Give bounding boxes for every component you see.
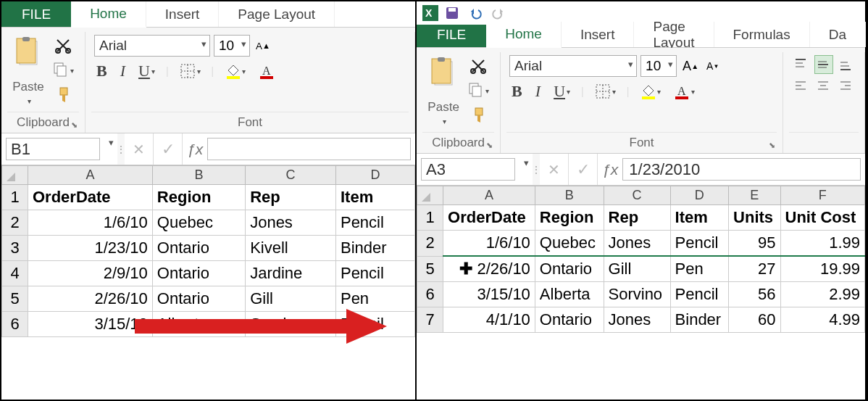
cell[interactable]: Pencil <box>670 231 729 257</box>
cell[interactable]: Jones <box>604 231 670 257</box>
formula-bar[interactable] <box>622 158 861 181</box>
col-header[interactable]: B <box>152 166 245 185</box>
dialog-launcher-icon[interactable]: ⬊ <box>769 141 775 150</box>
paste-button[interactable] <box>10 35 46 75</box>
cell[interactable]: Rep <box>246 185 336 210</box>
save-button[interactable] <box>443 4 462 22</box>
col-header[interactable]: D <box>670 186 729 205</box>
cell[interactable]: Quebec <box>152 210 245 236</box>
confirm-formula-button[interactable]: ✓ <box>154 133 183 165</box>
cell[interactable]: Pencil <box>335 261 414 286</box>
align-left-button[interactable] <box>792 77 811 96</box>
row-header[interactable]: 6 <box>417 282 443 307</box>
cell[interactable]: 1/6/10 <box>443 231 535 257</box>
decrease-font-button[interactable]: A▼ <box>704 58 721 74</box>
row-header[interactable]: 7 <box>417 307 443 333</box>
cell[interactable]: Gill <box>604 256 670 282</box>
undo-button[interactable] <box>466 4 485 22</box>
cell[interactable]: Pencil <box>670 282 729 307</box>
col-header[interactable]: B <box>535 186 604 205</box>
cell[interactable]: Gill <box>246 286 336 312</box>
redo-button[interactable] <box>489 4 508 22</box>
col-header[interactable]: F <box>780 186 864 205</box>
fill-color-button[interactable]: ▾ <box>222 61 248 81</box>
cell[interactable]: Ontario <box>152 261 245 286</box>
cell[interactable]: Binder <box>335 236 414 261</box>
align-right-button[interactable] <box>837 77 856 96</box>
confirm-formula-button[interactable]: ✓ <box>569 154 598 185</box>
cell[interactable]: 4.99 <box>780 307 864 333</box>
cell[interactable]: 1.99 <box>780 231 864 257</box>
align-top-button[interactable] <box>792 55 811 74</box>
cell[interactable]: ✚ 2/26/10 <box>443 256 535 282</box>
cell[interactable]: Jones <box>246 210 336 236</box>
row-header[interactable]: 4 <box>2 261 28 286</box>
cell[interactable]: Ontario <box>152 236 245 261</box>
font-size-select[interactable] <box>640 55 677 77</box>
row-header[interactable]: 5 <box>2 286 28 312</box>
align-center-button[interactable] <box>814 77 833 96</box>
cell[interactable]: 60 <box>729 307 780 333</box>
bold-button[interactable]: B <box>94 59 109 83</box>
cell[interactable]: Alberta <box>535 282 604 307</box>
underline-button[interactable]: U▾ <box>551 80 572 103</box>
fill-color-button[interactable]: ▾ <box>638 81 663 102</box>
copy-button[interactable]: ▾ <box>464 80 491 102</box>
cell[interactable]: Rep <box>604 205 670 231</box>
tab-page-layout[interactable]: Page Layout <box>219 1 335 27</box>
cell[interactable]: OrderDate <box>28 185 153 210</box>
cell[interactable]: 56 <box>729 282 780 307</box>
cell[interactable]: 2/9/10 <box>28 261 153 286</box>
cell[interactable]: 2/26/10 <box>28 286 153 312</box>
select-all-corner[interactable] <box>2 166 28 185</box>
cell[interactable]: Quebec <box>535 231 604 257</box>
cell[interactable]: Item <box>335 185 414 210</box>
row-header[interactable]: 6 <box>2 312 28 337</box>
tab-insert[interactable]: Insert <box>146 1 220 27</box>
cell[interactable]: 27 <box>729 256 780 282</box>
cell[interactable]: Ontario <box>535 256 604 282</box>
tab-home[interactable]: Home <box>486 22 562 48</box>
cell[interactable]: 2.99 <box>780 282 864 307</box>
cell[interactable]: 1/6/10 <box>28 210 153 236</box>
tab-home[interactable]: Home <box>71 1 146 28</box>
format-painter-button[interactable] <box>49 84 76 106</box>
paste-button[interactable] <box>425 55 462 96</box>
cell[interactable]: 19.99 <box>780 256 864 282</box>
font-color-button[interactable]: A <box>256 61 277 81</box>
cell[interactable]: Units <box>729 205 780 231</box>
cell[interactable]: Kivell <box>246 236 336 261</box>
cell[interactable]: Ontario <box>152 286 245 312</box>
name-box[interactable] <box>6 138 100 160</box>
row-header[interactable]: 2 <box>2 210 28 236</box>
cell[interactable]: Jones <box>604 307 670 333</box>
row-header[interactable]: 1 <box>417 205 443 231</box>
cell[interactable]: Pen <box>335 286 414 312</box>
worksheet-grid-right[interactable]: A B C D E F 1 OrderDate Region Rep Item … <box>417 186 865 333</box>
cell[interactable]: Sorvino <box>246 312 336 337</box>
format-painter-button[interactable] <box>464 104 491 126</box>
cell[interactable]: Pencil <box>335 210 414 236</box>
tab-data[interactable]: Da <box>810 22 866 47</box>
fx-icon[interactable]: ƒx <box>598 154 622 185</box>
cut-button[interactable] <box>464 55 491 77</box>
tab-formulas[interactable]: Formulas <box>714 22 810 47</box>
row-header[interactable]: 5 <box>417 256 443 282</box>
cell[interactable]: OrderDate <box>443 205 535 231</box>
align-bottom-button[interactable] <box>837 55 856 74</box>
cell[interactable]: Alberta <box>152 312 245 337</box>
select-all-corner[interactable] <box>417 186 443 205</box>
italic-button[interactable]: I <box>118 59 128 83</box>
increase-font-button[interactable]: A▲ <box>254 38 272 54</box>
cell[interactable]: Pencil <box>335 312 414 337</box>
dialog-launcher-icon[interactable]: ⬊ <box>486 141 493 150</box>
dialog-launcher-icon[interactable]: ⬊ <box>71 120 78 130</box>
cell[interactable]: Sorvino <box>604 282 670 307</box>
col-header[interactable]: A <box>443 186 535 205</box>
name-box[interactable] <box>421 158 515 181</box>
file-tab[interactable]: FILE <box>417 22 486 47</box>
formula-bar[interactable] <box>207 138 411 160</box>
borders-button[interactable]: ▾ <box>178 61 203 81</box>
col-header[interactable]: D <box>335 166 414 185</box>
align-middle-button[interactable] <box>814 55 833 74</box>
